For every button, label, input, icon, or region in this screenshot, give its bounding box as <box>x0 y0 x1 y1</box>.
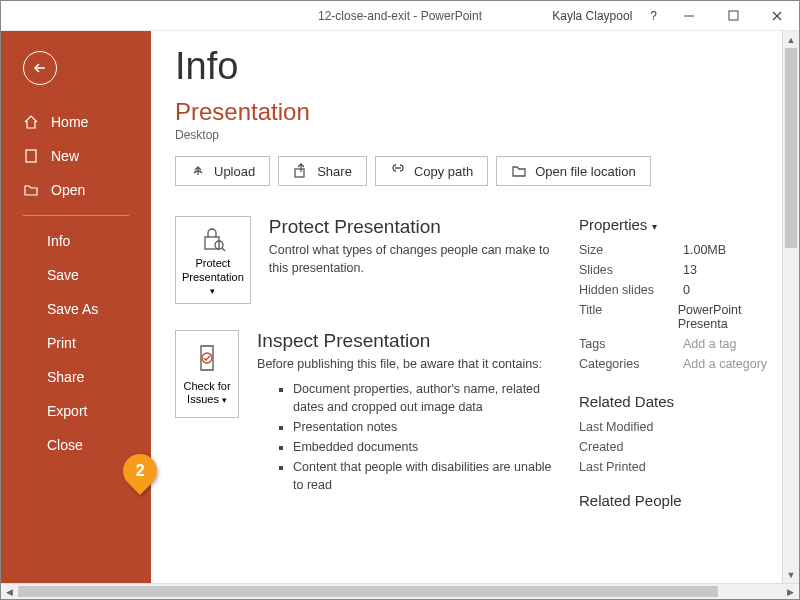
scroll-thumb[interactable] <box>785 48 797 248</box>
chevron-down-icon: ▾ <box>222 395 227 405</box>
lock-search-icon <box>197 223 229 251</box>
info-panel: Info Presentation Desktop Upload Share C… <box>151 31 799 583</box>
new-icon <box>23 148 41 164</box>
date-row: Created <box>579 440 789 454</box>
svg-rect-5 <box>26 150 36 162</box>
close-window-button[interactable] <box>755 1 799 31</box>
link-icon <box>390 164 406 178</box>
sidebar-item-share[interactable]: Share <box>1 360 151 394</box>
backstage-sidebar: Home New Open Info Save Save As Print Sh… <box>1 31 151 583</box>
date-row: Last Printed <box>579 460 789 474</box>
protect-description: Control what types of changes people can… <box>269 242 555 277</box>
scroll-down-button[interactable]: ▼ <box>783 566 799 583</box>
sidebar-item-home[interactable]: Home <box>1 105 151 139</box>
related-dates-heading: Related Dates <box>579 393 789 410</box>
open-file-location-button[interactable]: Open file location <box>496 156 650 186</box>
copy-path-button[interactable]: Copy path <box>375 156 488 186</box>
horizontal-scrollbar[interactable]: ◀ ▶ <box>1 583 799 599</box>
maximize-icon <box>728 10 739 21</box>
upload-button[interactable]: Upload <box>175 156 270 186</box>
sidebar-separator <box>23 215 129 216</box>
properties-heading[interactable]: Properties ▾ <box>579 216 789 233</box>
back-arrow-icon <box>31 59 49 77</box>
inspect-bullet: Embedded documents <box>293 438 555 456</box>
vertical-scrollbar[interactable]: ▲ ▼ <box>782 31 799 583</box>
close-icon <box>771 10 783 22</box>
back-button[interactable] <box>23 51 57 85</box>
sidebar-item-label: New <box>51 148 79 164</box>
sidebar-item-open[interactable]: Open <box>1 173 151 207</box>
window-title: 12-close-and-exit - PowerPoint <box>318 9 482 23</box>
sidebar-item-info[interactable]: Info <box>1 224 151 258</box>
inspect-bullet: Content that people with disabilities ar… <box>293 458 555 494</box>
check-for-issues-tile[interactable]: Check for Issues ▾ <box>175 330 239 418</box>
sidebar-item-save[interactable]: Save <box>1 258 151 292</box>
inspect-bullet: Presentation notes <box>293 418 555 436</box>
page-title: Info <box>175 45 799 88</box>
svg-line-9 <box>222 248 226 251</box>
share-button[interactable]: Share <box>278 156 367 186</box>
svg-point-10 <box>202 353 212 363</box>
minimize-icon <box>683 10 695 22</box>
share-icon <box>293 163 309 179</box>
property-row: TitlePowerPoint Presenta <box>579 303 789 331</box>
sidebar-item-label: Open <box>51 182 85 198</box>
user-name[interactable]: Kayla Claypool <box>552 9 632 23</box>
upload-icon <box>190 163 206 179</box>
scroll-right-button[interactable]: ▶ <box>782 584 799 600</box>
presentation-name: Presentation <box>175 98 799 126</box>
property-row: Size1.00MB <box>579 243 789 257</box>
sidebar-item-print[interactable]: Print <box>1 326 151 360</box>
maximize-button[interactable] <box>711 1 755 31</box>
inspect-bullets: Document properties, author's name, rela… <box>257 380 555 495</box>
sidebar-item-label: Home <box>51 114 88 130</box>
properties-panel: Properties ▾ Size1.00MB Slides13 Hidden … <box>579 216 799 509</box>
sidebar-item-new[interactable]: New <box>1 139 151 173</box>
property-row: Slides13 <box>579 263 789 277</box>
inspect-bullet: Document properties, author's name, rela… <box>293 380 555 416</box>
scroll-left-button[interactable]: ◀ <box>1 584 18 600</box>
property-row: TagsAdd a tag <box>579 337 789 351</box>
property-row: Hidden slides0 <box>579 283 789 297</box>
protect-presentation-tile[interactable]: Protect Presentation ▾ <box>175 216 251 304</box>
inspect-heading: Inspect Presentation <box>257 330 555 352</box>
home-icon <box>23 114 41 130</box>
document-check-icon <box>191 342 223 374</box>
related-people-heading: Related People <box>579 492 789 509</box>
folder-icon <box>511 164 527 178</box>
inspect-description: Before publishing this file, be aware th… <box>257 356 555 374</box>
protect-heading: Protect Presentation <box>269 216 555 238</box>
help-icon[interactable]: ? <box>650 9 657 23</box>
chevron-down-icon: ▾ <box>210 286 215 296</box>
presentation-location: Desktop <box>175 128 799 142</box>
svg-rect-7 <box>205 237 219 249</box>
date-row: Last Modified <box>579 420 789 434</box>
titlebar: 12-close-and-exit - PowerPoint Kayla Cla… <box>1 1 799 31</box>
property-row: CategoriesAdd a category <box>579 357 789 371</box>
svg-rect-1 <box>729 11 738 20</box>
open-folder-icon <box>23 182 41 198</box>
sidebar-item-export[interactable]: Export <box>1 394 151 428</box>
chevron-down-icon: ▾ <box>652 221 657 232</box>
sidebar-item-save-as[interactable]: Save As <box>1 292 151 326</box>
minimize-button[interactable] <box>667 1 711 31</box>
scroll-thumb[interactable] <box>18 586 718 597</box>
scroll-up-button[interactable]: ▲ <box>783 31 799 48</box>
svg-rect-6 <box>295 169 304 177</box>
